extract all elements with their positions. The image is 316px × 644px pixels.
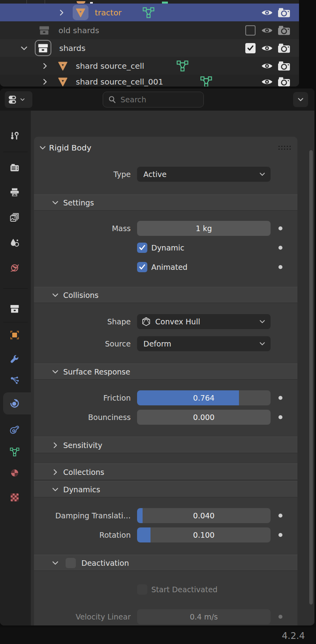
chevron-down-icon[interactable] [51,368,59,376]
hierarchy-line [26,0,27,4]
search-box[interactable] [103,92,204,107]
tab-scene[interactable] [9,238,20,248]
animated-row: Animated [34,260,297,275]
tab-object[interactable] [9,330,20,340]
chevron-down-icon[interactable] [51,559,59,567]
dynamic-label[interactable]: Dynamic [151,240,184,255]
camera-icon[interactable] [277,43,291,53]
tab-modifiers[interactable] [9,354,20,365]
outliner-item-label[interactable]: old shards [58,26,99,35]
rigid-body-panel-header[interactable]: Rigid Body [34,140,297,156]
surface-response-subpanel-header[interactable]: Surface Response [34,363,297,380]
outliner-item-label[interactable]: shard source_cell_001 [76,77,163,87]
camera-icon[interactable] [277,7,291,18]
shape-dropdown[interactable]: Convex Hull [137,314,271,329]
tab-output[interactable] [9,187,20,198]
outliner-row-old-shards[interactable]: old shards [0,21,299,39]
tab-world[interactable] [9,263,20,273]
outliner-item-label[interactable]: shard source_cell [76,61,144,71]
decorator-dot[interactable] [278,415,282,419]
eye-icon[interactable] [261,26,273,35]
decorator-dot[interactable] [278,226,282,230]
tab-material[interactable] [9,468,20,478]
eye-icon[interactable] [261,61,273,71]
eye-icon[interactable] [261,8,273,17]
decorator-dot[interactable] [278,246,282,250]
decorator-dot[interactable] [278,514,282,518]
camera-icon[interactable] [277,25,291,36]
damping-translation-row: Damping Translati… 0.040 [34,508,297,523]
animated-label[interactable]: Animated [151,260,188,275]
deactivation-checkbox[interactable] [66,558,76,568]
shape-row: Shape Convex Hull [34,314,297,329]
tab-physics[interactable] [9,398,20,409]
expand-arrow-icon[interactable] [41,62,49,70]
chevron-down-icon[interactable] [51,291,59,299]
panel-drag-handle[interactable] [278,145,291,150]
decorator-dot[interactable] [278,533,282,537]
editor-type-button[interactable] [5,91,32,108]
start-deactivated-label[interactable]: Start Deactivated [151,582,218,597]
camera-icon[interactable] [277,60,291,71]
tab-collection[interactable] [9,304,20,314]
damping-translation-label: Damping Translati… [34,508,131,523]
damping-translation-value: 0.040 [137,508,271,523]
bounciness-label: Bounciness [34,410,131,425]
collapse-arrow-icon[interactable] [20,44,28,53]
chevron-down-icon [259,171,266,178]
outliner-row-shards[interactable]: shards [0,39,299,57]
search-input[interactable] [120,95,194,104]
tab-texture[interactable] [9,492,20,503]
settings-subpanel-header[interactable]: Settings [34,194,297,211]
bounciness-slider[interactable]: 0.000 [137,410,271,425]
source-value: Deform [143,339,171,348]
decorator-dot[interactable] [278,615,282,619]
header-options-button[interactable] [293,92,308,107]
decorator-dot[interactable] [278,265,282,269]
friction-slider[interactable]: 0.764 [137,390,271,405]
chevron-down-icon[interactable] [51,486,59,493]
outliner-row-tractor[interactable]: tractor [0,4,299,21]
scrollbar[interactable] [309,150,313,604]
dynamics-subpanel-header[interactable]: Dynamics [34,481,297,497]
deactivation-subpanel-header[interactable]: Deactivation [34,555,297,571]
expand-arrow-icon[interactable] [41,78,49,86]
source-dropdown[interactable]: Deform [137,336,271,351]
tab-object-data[interactable] [9,447,20,457]
chevron-right-icon[interactable] [51,441,59,449]
damping-rotation-slider[interactable]: 0.100 [137,527,271,542]
eye-icon[interactable] [261,43,273,53]
chevron-right-icon[interactable] [51,468,59,476]
tab-particles[interactable] [9,375,20,386]
subpanel-title: Settings [63,195,94,211]
dynamic-row: Dynamic [34,240,297,255]
collisions-subpanel-header[interactable]: Collisions [34,287,297,303]
damping-translation-slider[interactable]: 0.040 [137,508,271,523]
tab-view-layer[interactable] [9,212,20,222]
camera-icon[interactable] [277,77,291,87]
tab-render[interactable] [9,163,20,173]
animated-checkbox[interactable] [137,262,147,272]
start-deactivated-checkbox[interactable] [137,584,147,595]
collections-subpanel-header[interactable]: Collections [34,463,297,480]
outliner-item-label[interactable]: shards [59,43,85,53]
eye-icon[interactable] [261,77,273,87]
velocity-linear-field[interactable]: 0.4 m/s [137,609,271,624]
exclude-checkbox[interactable] [245,43,256,53]
tab-constraints[interactable] [9,425,20,435]
outliner-row-shard-source-cell-001[interactable]: shard source_cell_001 [0,75,299,87]
chevron-down-icon[interactable] [51,199,59,207]
expand-arrow-icon[interactable] [58,9,66,17]
exclude-checkbox[interactable] [245,25,256,36]
tab-tool[interactable] [9,131,20,141]
chevron-down-icon[interactable] [39,144,47,152]
mass-field[interactable]: 1 kg [137,221,271,236]
dynamic-checkbox[interactable] [137,243,147,253]
outliner-item-label[interactable]: tractor [95,8,122,17]
type-dropdown[interactable]: Active [137,167,271,182]
friction-row: Friction 0.764 [34,390,297,405]
sensitivity-subpanel-header[interactable]: Sensitivity [34,437,297,453]
outliner-row-shard-source-cell[interactable]: shard source_cell [0,57,299,75]
decorator-dot[interactable] [278,396,282,400]
outliner-row-partial[interactable] [0,0,299,4]
